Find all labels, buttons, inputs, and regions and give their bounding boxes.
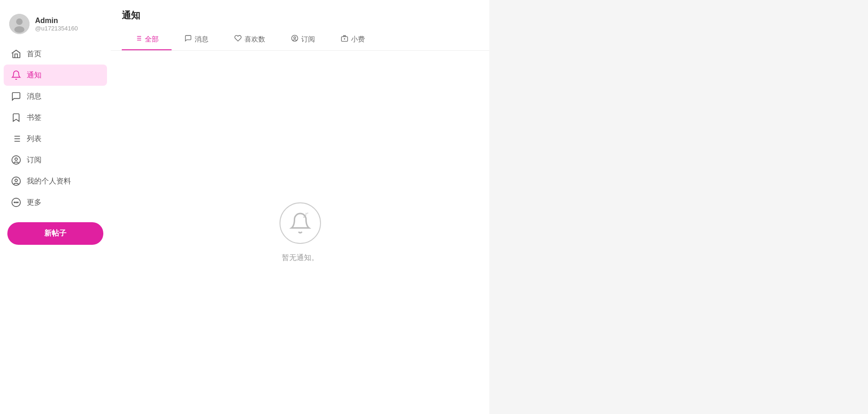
tab-tips[interactable]: 小费 — [328, 29, 378, 50]
sidebar-item-subscribe-label: 订阅 — [27, 155, 42, 165]
sidebar-item-notification[interactable]: 通知 — [4, 65, 107, 86]
empty-state: z z z 暂无通知。 — [111, 51, 489, 414]
tab-all-label: 全部 — [145, 35, 159, 44]
tab-tips-icon — [341, 35, 348, 44]
sidebar-item-profile[interactable]: 我的个人资料 — [0, 171, 111, 192]
svg-point-9 — [12, 156, 20, 164]
sidebar-item-message-label: 消息 — [27, 92, 42, 101]
user-handle: @u1721354160 — [35, 25, 78, 32]
more-icon — [11, 197, 21, 207]
svg-point-12 — [15, 179, 18, 182]
sidebar-item-home[interactable]: 首页 — [0, 43, 111, 65]
svg-point-24 — [294, 37, 296, 39]
tabs-bar: 全部 消息 喜欢数 — [122, 29, 478, 50]
tab-likes[interactable]: 喜欢数 — [221, 29, 278, 50]
sidebar-item-list[interactable]: 列表 — [0, 128, 111, 149]
svg-point-16 — [18, 202, 18, 203]
tab-subscribe-icon — [291, 35, 298, 44]
new-post-button[interactable]: 新帖子 — [7, 222, 103, 245]
list-icon — [11, 134, 21, 144]
user-details: Admin @u1721354160 — [35, 17, 78, 32]
message-icon — [11, 91, 21, 101]
avatar[interactable] — [9, 14, 30, 34]
home-icon — [11, 49, 21, 59]
sidebar-item-message[interactable]: 消息 — [0, 86, 111, 107]
sidebar-item-more[interactable]: 更多 — [0, 192, 111, 213]
bell-icon — [11, 70, 21, 80]
user-name: Admin — [35, 17, 78, 25]
tab-all[interactable]: 全部 — [122, 29, 172, 50]
empty-bell-wrapper: z z z — [279, 202, 321, 244]
svg-text:z: z — [307, 212, 308, 214]
page-header: 通知 全部 — [111, 0, 489, 51]
svg-point-14 — [14, 202, 15, 203]
sidebar-item-list-label: 列表 — [27, 134, 42, 144]
sidebar: Admin @u1721354160 首页 通知 消息 — [0, 0, 111, 414]
tab-tips-label: 小费 — [351, 35, 365, 44]
svg-point-1 — [16, 18, 23, 25]
page-title: 通知 — [122, 9, 478, 22]
empty-message: 暂无通知。 — [282, 253, 319, 263]
tab-messages[interactable]: 消息 — [172, 29, 221, 50]
user-info: Admin @u1721354160 — [0, 9, 111, 43]
tab-likes-label: 喜欢数 — [244, 35, 265, 44]
svg-point-15 — [16, 202, 17, 203]
profile-icon — [11, 176, 21, 186]
right-area — [489, 0, 868, 414]
bookmark-icon — [11, 112, 21, 123]
tab-messages-label: 消息 — [195, 35, 208, 44]
tab-subscribe-label: 订阅 — [301, 35, 315, 44]
svg-point-2 — [14, 26, 24, 33]
sidebar-item-more-label: 更多 — [27, 198, 42, 207]
sidebar-item-subscribe[interactable]: 订阅 — [0, 149, 111, 171]
sidebar-item-home-label: 首页 — [27, 49, 42, 59]
svg-point-11 — [12, 177, 20, 185]
sidebar-item-bookmark[interactable]: 书签 — [0, 107, 111, 128]
tab-messages-icon — [184, 35, 192, 44]
sidebar-item-notification-label: 通知 — [27, 71, 42, 80]
subscribe-icon — [11, 155, 21, 165]
tab-all-icon — [135, 35, 142, 44]
main-content: 通知 全部 — [111, 0, 489, 414]
tab-likes-icon — [234, 35, 242, 44]
empty-bell-icon: z z z — [289, 212, 312, 235]
svg-point-10 — [15, 158, 18, 160]
sidebar-item-profile-label: 我的个人资料 — [27, 177, 71, 186]
sidebar-item-bookmark-label: 书签 — [27, 113, 42, 123]
tab-subscribe[interactable]: 订阅 — [278, 29, 328, 50]
